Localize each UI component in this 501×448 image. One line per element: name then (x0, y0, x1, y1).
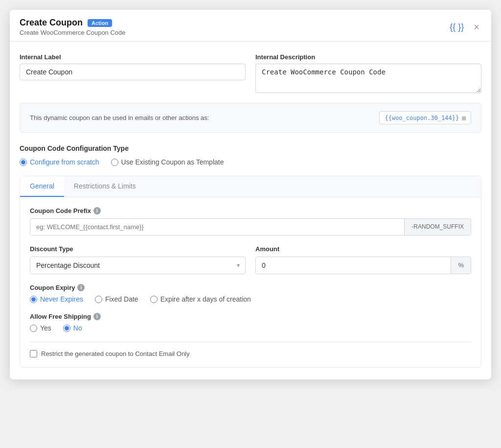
restrict-coupon-row: Restrict the generated coupon to Contact… (30, 350, 471, 357)
random-suffix-label: -RANDOM_SUFFIX (404, 219, 471, 235)
create-coupon-modal: Create Coupon Action Create WooCommerce … (10, 10, 491, 379)
coupon-prefix-input[interactable] (30, 219, 404, 235)
action-badge: Action (88, 19, 112, 27)
internal-description-label: Internal Description (255, 53, 481, 61)
amount-group: Amount % (255, 245, 471, 274)
internal-label-input[interactable] (20, 64, 246, 80)
config-from-scratch-option[interactable]: Configure from scratch (20, 158, 99, 166)
config-type-radio-group: Configure from scratch Use Existing Coup… (20, 158, 481, 166)
dynamic-coupon-text: This dynamic coupon can be used in email… (30, 114, 374, 121)
dynamic-coupon-box: This dynamic coupon can be used in email… (20, 103, 481, 133)
internal-description-input[interactable]: Create WooCommerce Coupon Code (255, 64, 481, 93)
modal-header: Create Coupon Action Create WooCommerce … (10, 10, 491, 42)
internal-label-group: Internal Label (20, 53, 246, 93)
free-shipping-label-row: Allow Free Shipping i (30, 313, 471, 320)
internal-description-group: Internal Description Create WooCommerce … (255, 53, 481, 93)
shipping-yes-option[interactable]: Yes (30, 324, 51, 332)
config-section-title: Coupon Code Configuration Type (20, 144, 481, 152)
tab-restrictions[interactable]: Restrictions & Limits (64, 176, 146, 197)
modal-title-block: Create Coupon Action Create WooCommerce … (20, 18, 126, 36)
modal-title: Create Coupon (20, 18, 83, 28)
modal-subtitle: Create WooCommerce Coupon Code (20, 29, 126, 36)
coupon-prefix-label: Coupon Code Prefix (30, 207, 91, 214)
code-icon: {{ }} (450, 22, 464, 32)
free-shipping-section: Allow Free Shipping i Yes No (30, 313, 471, 332)
copy-icon[interactable]: ▦ (462, 114, 466, 121)
discount-type-group: Discount Type Percentage Discount Fixed … (30, 245, 246, 274)
config-from-scratch-radio[interactable] (20, 159, 27, 166)
shipping-radio-group: Yes No (30, 324, 471, 332)
restrict-coupon-label: Restrict the generated coupon to Contact… (41, 350, 190, 357)
discount-type-select-wrapper: Percentage Discount Fixed Cart Discount … (30, 257, 246, 274)
use-existing-radio[interactable] (111, 159, 118, 166)
expire-after-days-label: Expire after x days of creation (160, 295, 251, 303)
discount-type-select[interactable]: Percentage Discount Fixed Cart Discount … (30, 257, 246, 274)
amount-input[interactable] (256, 257, 451, 274)
restrict-coupon-checkbox[interactable] (30, 350, 37, 357)
tabs-header: General Restrictions & Limits (20, 176, 481, 197)
coupon-code-tag: {{woo_coupon.30_144}} ▦ (379, 111, 471, 124)
discount-type-label: Discount Type (30, 245, 246, 253)
never-expires-radio[interactable] (30, 296, 37, 303)
tab-general-content: Coupon Code Prefix i -RANDOM_SUFFIX Disc… (20, 197, 481, 367)
label-description-row: Internal Label Internal Description Crea… (20, 53, 481, 93)
never-expires-option[interactable]: Never Expires (30, 295, 83, 303)
use-existing-option[interactable]: Use Existing Coupon as Template (111, 158, 224, 166)
fixed-date-radio[interactable] (95, 296, 102, 303)
fixed-date-label: Fixed Date (105, 295, 138, 303)
never-expires-label: Never Expires (40, 295, 83, 303)
modal-body: Internal Label Internal Description Crea… (10, 42, 491, 379)
free-shipping-info-icon: i (93, 313, 101, 320)
prefix-input-wrapper: -RANDOM_SUFFIX (30, 218, 471, 236)
shipping-no-option[interactable]: No (63, 324, 82, 332)
expiry-radio-group: Never Expires Fixed Date Expire after x … (30, 295, 471, 303)
close-button[interactable]: × (472, 20, 481, 35)
shipping-yes-radio[interactable] (30, 325, 37, 332)
tabs-container: General Restrictions & Limits Coupon Cod… (20, 176, 481, 368)
coupon-prefix-info-icon: i (93, 207, 101, 214)
close-icon: × (474, 22, 479, 33)
modal-title-row: Create Coupon Action (20, 18, 126, 28)
config-from-scratch-label: Configure from scratch (30, 158, 99, 166)
shipping-yes-label: Yes (40, 324, 51, 332)
modal-header-actions: {{ }} × (448, 20, 481, 35)
code-icon-button[interactable]: {{ }} (448, 20, 466, 34)
shipping-no-radio[interactable] (63, 325, 70, 332)
coupon-code-value: {{woo_coupon.30_144}} (385, 115, 459, 121)
fixed-date-option[interactable]: Fixed Date (95, 295, 138, 303)
expire-after-days-option[interactable]: Expire after x days of creation (150, 295, 251, 303)
coupon-expiry-label: Coupon Expiry (30, 284, 75, 291)
expire-after-days-radio[interactable] (150, 296, 158, 303)
amount-input-wrapper: % (255, 257, 471, 274)
amount-suffix: % (451, 257, 471, 274)
free-shipping-label: Allow Free Shipping (30, 313, 91, 320)
discount-row: Discount Type Percentage Discount Fixed … (30, 245, 471, 274)
internal-label-label: Internal Label (20, 53, 246, 61)
coupon-prefix-label-row: Coupon Code Prefix i (30, 207, 471, 214)
divider (30, 342, 471, 342)
coupon-expiry-label-row: Coupon Expiry i (30, 284, 471, 291)
coupon-expiry-section: Coupon Expiry i Never Expires Fixed Date (30, 284, 471, 303)
amount-label: Amount (255, 245, 471, 253)
shipping-no-label: No (73, 324, 82, 332)
use-existing-label: Use Existing Coupon as Template (121, 158, 224, 166)
tab-general[interactable]: General (20, 176, 64, 197)
coupon-expiry-info-icon: i (77, 284, 85, 291)
